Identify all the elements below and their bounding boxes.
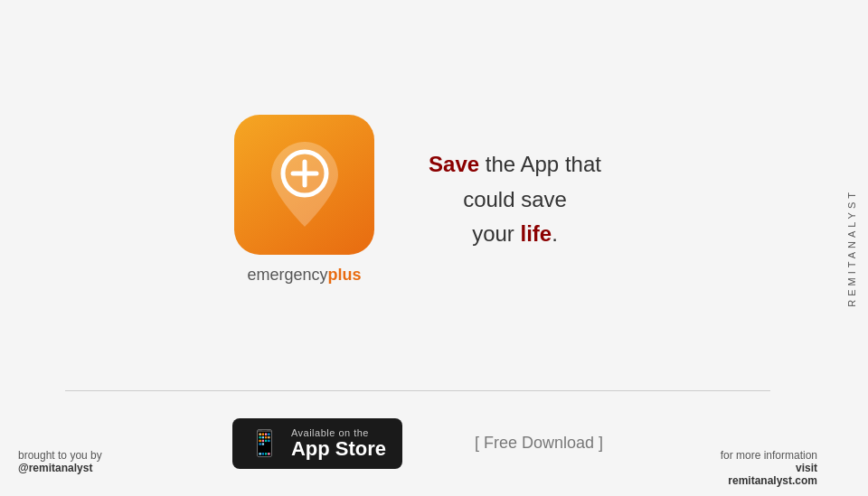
footer-right: for more information visit remitanalyst.… (721, 449, 817, 487)
app-name-regular: emergency (248, 266, 328, 284)
app-icon (234, 115, 374, 255)
badge-available-text: Available on the (291, 427, 386, 438)
tagline-your: your (472, 221, 520, 246)
main-content: emergencyplus Save the App that could sa… (0, 0, 835, 496)
tagline-line1: Save the App that (429, 147, 601, 182)
tagline-line2: could save (429, 182, 601, 217)
footer: brought to you by @remitanalyst for more… (0, 440, 835, 496)
app-name: emergencyplus (248, 266, 362, 285)
side-label-text: REMITANALYST (846, 189, 857, 307)
tagline-life: life (521, 221, 552, 246)
footer-website[interactable]: remitanalyst.com (721, 474, 817, 487)
footer-visit-label: visit (721, 462, 817, 474)
tagline: Save the App that could save your life. (429, 147, 601, 251)
footer-left: brought to you by @remitanalyst (18, 449, 102, 487)
top-section: emergencyplus Save the App that could sa… (216, 0, 619, 390)
footer-more-info: for more information (721, 449, 817, 462)
tagline-line1-rest: the App that (479, 152, 601, 176)
tagline-line3: your life. (429, 217, 601, 251)
tagline-save: Save (429, 152, 479, 176)
side-label: REMITANALYST (835, 0, 868, 496)
tagline-period: . (552, 221, 558, 246)
app-icon-container: emergencyplus (234, 115, 374, 285)
footer-brought-by: brought to you by (18, 449, 102, 462)
app-name-bold: plus (328, 266, 362, 284)
footer-twitter[interactable]: @remitanalyst (18, 462, 102, 474)
